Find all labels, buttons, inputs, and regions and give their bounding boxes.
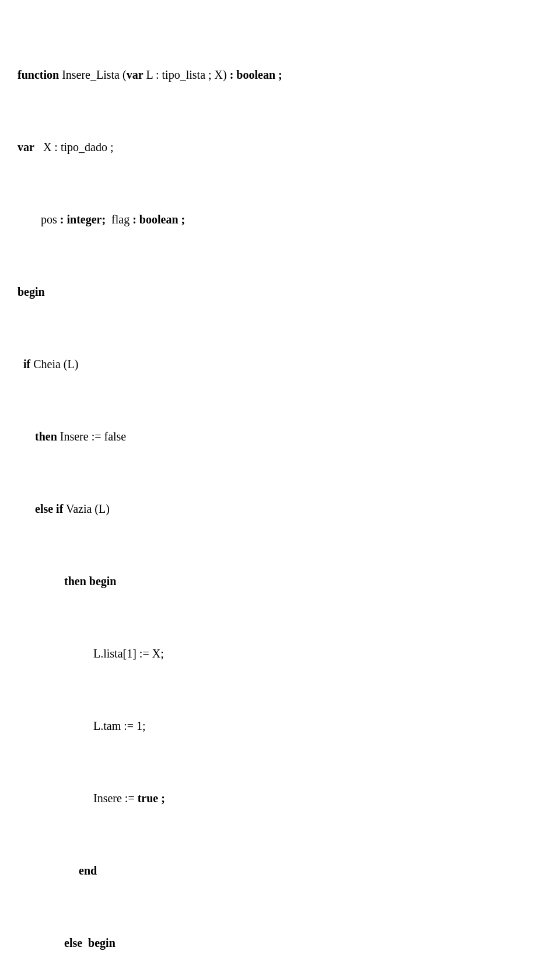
code-line: Insere := true ;	[18, 789, 542, 807]
code-line: L.lista[1] := X;	[18, 645, 542, 663]
code-line: else begin	[18, 934, 542, 952]
code-display: function Insere_Lista (var L : tipo_list…	[18, 12, 542, 958]
code-line: end	[18, 862, 542, 880]
code-line: if Cheia (L)	[18, 355, 542, 373]
code-line: function Insere_Lista (var L : tipo_list…	[18, 66, 542, 84]
code-line: pos : integer; flag : boolean ;	[18, 211, 542, 229]
code-line: L.tam := 1;	[18, 717, 542, 735]
code-line: var X : tipo_dado ;	[18, 138, 542, 156]
code-line: then begin	[18, 572, 542, 590]
code-line: then Insere := false	[18, 428, 542, 446]
code-line: else if Vazia (L)	[18, 500, 542, 518]
code-line: begin	[18, 283, 542, 301]
